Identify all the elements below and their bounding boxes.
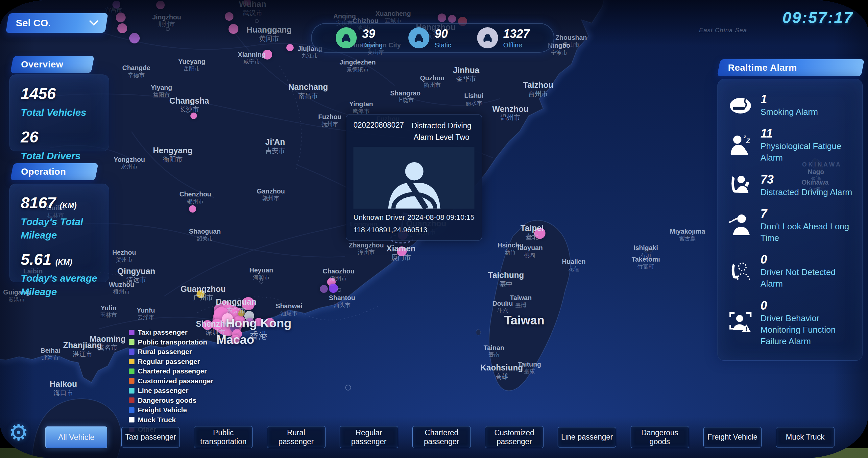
map-city-label: Chaozhou潮州市 xyxy=(322,267,354,282)
chevron-down-icon xyxy=(89,20,98,26)
average-mileage-label: Today's average Mileage xyxy=(21,272,98,298)
vehicle-dot[interactable] xyxy=(244,0,251,6)
legend-swatch xyxy=(129,339,134,345)
stat-static: 90 Static xyxy=(408,27,451,49)
legend-item[interactable]: Freight Vehicle xyxy=(129,406,213,414)
alarm-count: 0 xyxy=(761,253,854,266)
alarm-label: Driver Behavior Monitoring Function Fail… xyxy=(761,313,854,347)
vehicle-dot[interactable] xyxy=(117,23,127,33)
vehicle-dot[interactable] xyxy=(189,205,196,212)
alarm-item-distracted[interactable]: 73 Distracted Driving Alarm xyxy=(726,173,854,198)
vehicle-dot[interactable] xyxy=(265,318,275,327)
legend-label: Rural passenger xyxy=(138,348,192,356)
vehicle-dot[interactable] xyxy=(320,285,328,293)
map-city-label: Yueyang岳阳市 xyxy=(178,58,205,73)
map-city-label: Jingzhou荆州市 xyxy=(152,13,181,28)
map-city-label: Fuzhou抚州市 xyxy=(318,113,342,128)
map-city-label: Taiwan xyxy=(504,314,545,328)
vehicle-filter-button[interactable]: Rural passenger xyxy=(267,426,326,448)
alarm-count: 7 xyxy=(761,207,854,221)
vehicle-dot[interactable] xyxy=(262,50,272,60)
vehicle-dot[interactable] xyxy=(329,284,338,293)
vehicle-filter-button[interactable]: Customized passenger xyxy=(485,426,544,448)
alarm-item-fatigue[interactable]: z Z 11 Physiological Fatigue Alarm xyxy=(726,127,854,164)
vehicle-dot[interactable] xyxy=(438,13,446,22)
realtime-alarm-header: Realtime Alarm xyxy=(717,59,864,76)
alarm-label: Physiological Fatigue Alarm xyxy=(761,141,854,164)
map-ring-marker xyxy=(337,288,341,292)
legend-item[interactable]: Dangerous goods xyxy=(129,397,213,404)
legend-item[interactable]: Line passenger xyxy=(129,387,213,395)
vehicle-dot[interactable] xyxy=(129,33,140,44)
vehicle-filter-button[interactable]: Chartered passenger xyxy=(412,426,471,448)
map-city-label: Taitung臺東 xyxy=(518,361,541,375)
settings-gear-icon[interactable]: ⚙ xyxy=(8,421,29,443)
vehicle-dot[interactable] xyxy=(197,290,205,298)
map-city-label: Beihai北海市 xyxy=(40,347,60,361)
vehicle-dot[interactable] xyxy=(113,1,120,8)
legend-label: Regular passenger xyxy=(138,357,200,366)
map-city-label: Ishigaki石垣 xyxy=(633,244,658,259)
legend-item[interactable]: Muck Truck xyxy=(129,416,213,424)
alarm-count: 0 xyxy=(761,299,854,313)
popup-driver-name: Unknown Driver xyxy=(353,213,405,222)
vehicle-dot[interactable] xyxy=(286,44,293,51)
driver-not-detected-icon xyxy=(726,259,754,284)
static-count: 90 xyxy=(435,27,451,41)
legend-item[interactable]: Regular passenger xyxy=(129,357,213,366)
vehicle-filter-button[interactable]: Muck Truck xyxy=(776,427,834,448)
alarm-label: Distracted Driving Alarm xyxy=(761,187,852,198)
vehicle-dot[interactable] xyxy=(228,24,238,34)
legend-item[interactable]: Chartered passenger xyxy=(129,367,213,375)
vehicle-dot[interactable] xyxy=(238,310,245,317)
vehicle-dot[interactable] xyxy=(225,12,234,21)
map-city-label: Douliu斗六 xyxy=(492,300,513,314)
operation-panel: 8167(KM) Today's Total Mileage 5.61(KM) … xyxy=(9,183,109,282)
legend-item[interactable]: Rural passenger xyxy=(129,348,213,356)
vehicle-dot[interactable] xyxy=(116,12,126,22)
vehicle-dot[interactable] xyxy=(246,318,254,326)
legend-item[interactable]: Taxi passenger xyxy=(129,328,213,336)
vehicle-filter-button[interactable]: Public transportation xyxy=(194,426,252,448)
map-city-label: Kaohsiung高雄 xyxy=(480,363,523,381)
company-select-dropdown[interactable]: Sel CO. xyxy=(6,13,108,33)
vehicle-dot[interactable] xyxy=(190,113,197,119)
vehicle-dot[interactable] xyxy=(230,335,240,344)
alarm-item-driver-not-detected[interactable]: 0 Driver Not Detected Alarm xyxy=(726,253,854,290)
map-city-label: Yiyang益阳市 xyxy=(151,84,172,98)
map-city-label: Wuzhou梧州市 xyxy=(109,281,134,295)
driver-snapshot xyxy=(353,147,474,209)
driving-label: Driving xyxy=(362,41,382,49)
vehicle-dot[interactable] xyxy=(254,318,263,326)
map-legend: Taxi passenger Public transportation Rur… xyxy=(129,328,213,435)
legend-swatch xyxy=(129,369,134,374)
map-city-label: Taketomi竹富町 xyxy=(631,256,660,270)
alarm-item-behavior-failure[interactable]: 0 Driver Behavior Monitoring Function Fa… xyxy=(726,299,854,347)
vehicle-filter-button[interactable]: Dangerous goods xyxy=(631,426,689,448)
map-city-label: Huanggang黄冈市 xyxy=(247,25,292,42)
alarm-popup[interactable]: 020220808027 Distracted Driving Alarm Le… xyxy=(346,115,482,240)
legend-item[interactable]: Public transportation xyxy=(129,338,213,346)
vehicle-filter-button[interactable]: Freight Vehicle xyxy=(703,427,762,448)
alarm-item-smoking[interactable]: 1 Smoking Alarm xyxy=(726,92,854,118)
legend-label: Freight Vehicle xyxy=(138,406,187,414)
vehicle-dot[interactable] xyxy=(242,297,255,310)
vehicle-filter-button[interactable]: Taxi passenger xyxy=(121,427,180,448)
vehicle-dot[interactable] xyxy=(222,313,233,324)
alarm-item-look-ahead[interactable]: 7 Don't Look Ahead Long Time xyxy=(726,207,854,244)
legend-item[interactable]: Customized passenger xyxy=(129,377,213,385)
vehicle-dot[interactable] xyxy=(448,15,456,23)
static-car-icon xyxy=(408,27,429,48)
realtime-alarm-title: Realtime Alarm xyxy=(728,62,797,73)
map-city-label: Changsha长沙市 xyxy=(169,96,209,114)
vehicle-filter-button[interactable]: Regular passenger xyxy=(340,426,398,448)
vehicle-filter-button[interactable]: Line passenger xyxy=(558,427,616,448)
map-city-label: Zhanjiang湛江市 xyxy=(63,341,102,358)
legend-label: Chartered passenger xyxy=(138,367,207,375)
vehicle-filter-button[interactable]: All Vehicle xyxy=(45,426,107,448)
legend-swatch xyxy=(129,388,134,394)
vehicle-dot[interactable] xyxy=(534,228,546,239)
vehicle-dot[interactable] xyxy=(156,1,165,9)
vehicle-dot[interactable] xyxy=(397,247,407,256)
map-city-label: Shangrao上饶市 xyxy=(390,89,421,104)
